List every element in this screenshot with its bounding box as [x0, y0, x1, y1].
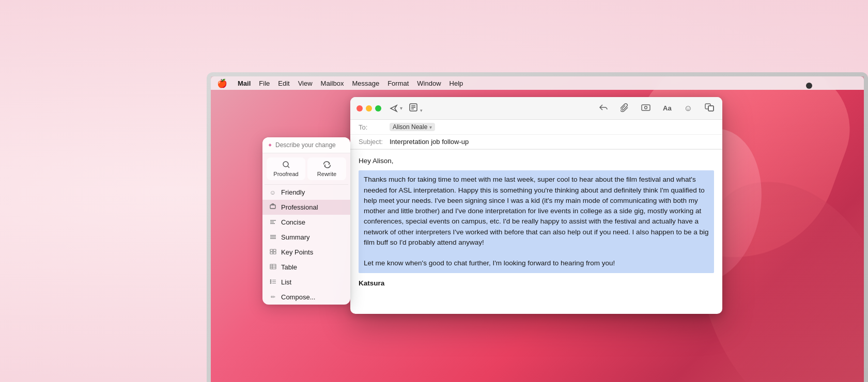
- reply-button[interactable]: [597, 102, 610, 114]
- menubar-edit[interactable]: Edit: [278, 79, 289, 87]
- subject-field-row: Subject: Interpretation job follow-up: [350, 135, 722, 149]
- svg-rect-11: [273, 252, 276, 254]
- svg-rect-9: [273, 249, 276, 251]
- ai-menu-friendly[interactable]: ☺ Friendly: [262, 185, 350, 200]
- body-paragraph-2: Let me know when's good to chat further,…: [364, 258, 709, 268]
- svg-point-15: [270, 282, 271, 283]
- ai-menu-table[interactable]: Table: [262, 260, 350, 275]
- ai-writing-tools-popup: ✦ Proofread: [262, 137, 350, 305]
- apple-menu[interactable]: 🍎: [217, 78, 227, 88]
- svg-rect-4: [708, 106, 714, 111]
- emoji-button[interactable]: ☺: [682, 103, 694, 114]
- toolbar-icons: Aa ☺: [597, 102, 716, 115]
- concise-icon: [269, 219, 277, 226]
- keypoints-icon: [269, 249, 277, 256]
- send-area: ▾: [390, 104, 402, 113]
- ai-menu-keypoints[interactable]: Key Points: [262, 245, 350, 260]
- menubar-mail[interactable]: Mail: [238, 79, 251, 87]
- close-button[interactable]: [357, 105, 363, 112]
- compose-icon: ✏: [269, 294, 277, 300]
- send-options-button[interactable]: ▾: [400, 105, 402, 111]
- recipient-tag[interactable]: Alison Neale ▾: [390, 123, 435, 131]
- svg-point-14: [270, 281, 271, 282]
- camera: [806, 83, 812, 89]
- ai-menu-compose[interactable]: ✏ Compose...: [262, 290, 350, 305]
- window-toolbar: ▾ ▾: [350, 97, 722, 120]
- menubar-window[interactable]: Window: [417, 79, 441, 87]
- recipient-dropdown-icon[interactable]: ▾: [429, 124, 432, 130]
- fullscreen-button[interactable]: [375, 105, 381, 112]
- photo-library-button[interactable]: [703, 102, 716, 114]
- subject-value[interactable]: Interpretation job follow-up: [390, 138, 714, 146]
- ai-sparkle-icon: ✦: [268, 142, 272, 149]
- table-icon: [269, 264, 277, 271]
- menubar-format[interactable]: Format: [388, 79, 409, 87]
- rewrite-icon: [323, 161, 331, 169]
- summary-icon: [269, 234, 277, 241]
- mail-signature: Katsura: [359, 278, 714, 289]
- to-value[interactable]: Alison Neale ▾: [390, 123, 714, 131]
- svg-rect-8: [270, 249, 273, 251]
- professional-icon: [269, 203, 277, 211]
- list-icon: [269, 279, 277, 286]
- ai-menu-list[interactable]: List: [262, 275, 350, 290]
- svg-point-13: [270, 279, 271, 280]
- mail-body[interactable]: Hey Alison, Thanks much for taking time …: [350, 150, 722, 292]
- body-paragraph-1: Thanks much for taking time to meet with…: [364, 174, 709, 248]
- mail-greeting: Hey Alison,: [359, 156, 714, 166]
- menubar-message[interactable]: Message: [352, 79, 379, 87]
- mail-body-selected-text[interactable]: Thanks much for taking time to meet with…: [359, 170, 714, 273]
- menubar: 🍎 Mail File Edit View Mailbox Message Fo…: [211, 76, 864, 90]
- svg-rect-10: [270, 252, 273, 254]
- menubar-mailbox[interactable]: Mailbox: [321, 79, 344, 87]
- send-button[interactable]: [390, 104, 398, 113]
- traffic-lights: [357, 105, 381, 112]
- svg-rect-7: [270, 205, 275, 209]
- laptop-frame: 🍎 Mail File Edit View Mailbox Message Fo…: [207, 72, 868, 382]
- note-button[interactable]: ▾: [407, 102, 425, 115]
- attachment-button[interactable]: [618, 102, 631, 115]
- rewrite-button[interactable]: Rewrite: [307, 157, 346, 180]
- to-field-row: To: Alison Neale ▾: [350, 120, 722, 135]
- ai-menu-concise[interactable]: Concise: [262, 215, 350, 230]
- svg-point-6: [283, 162, 288, 167]
- ai-menu-summary[interactable]: Summary: [262, 230, 350, 245]
- svg-rect-1: [642, 105, 650, 110]
- font-button[interactable]: Aa: [661, 103, 674, 113]
- to-label: To:: [359, 123, 390, 131]
- subject-label: Subject:: [359, 138, 390, 146]
- mail-compose-window: ▾ ▾: [350, 97, 722, 314]
- menubar-file[interactable]: File: [259, 79, 270, 87]
- menubar-view[interactable]: View: [298, 79, 313, 87]
- ai-actions: Proofread Rewrite: [262, 153, 350, 184]
- menubar-help[interactable]: Help: [450, 79, 463, 87]
- photo-button[interactable]: [639, 102, 653, 114]
- screen: 🍎 Mail File Edit View Mailbox Message Fo…: [211, 76, 864, 382]
- ai-search-input[interactable]: [275, 141, 350, 149]
- mail-fields: To: Alison Neale ▾ Subject: Interpretati…: [350, 120, 722, 150]
- svg-point-2: [645, 106, 647, 109]
- proofread-button[interactable]: Proofread: [267, 157, 305, 180]
- minimize-button[interactable]: [366, 105, 372, 112]
- friendly-icon: ☺: [269, 189, 277, 196]
- proofread-icon: [282, 161, 290, 169]
- svg-rect-12: [270, 264, 276, 269]
- ai-search-bar: ✦: [262, 137, 350, 153]
- ai-menu-professional[interactable]: Professional: [262, 200, 350, 215]
